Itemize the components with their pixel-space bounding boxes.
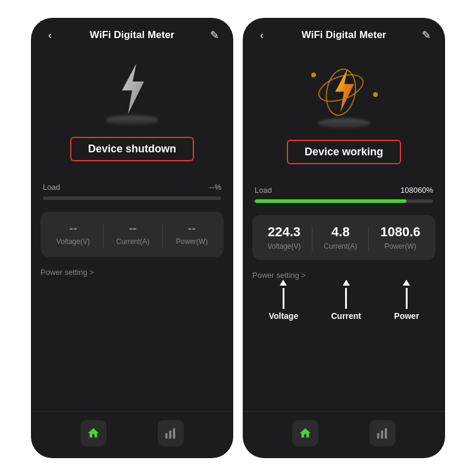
left-metric-current: -- Current(A)	[116, 221, 149, 246]
left-stats-icon	[164, 427, 177, 440]
left-metric-power: -- Power(W)	[176, 221, 208, 246]
right-arrow-head-power	[403, 280, 410, 286]
left-edit-button[interactable]: ✎	[207, 29, 221, 42]
right-metric-power: 1080.6 Power(W)	[380, 224, 420, 250]
left-metric-power-value: --	[188, 221, 196, 235]
left-header: ‹ WiFi Digital Meter ✎	[31, 18, 233, 48]
left-metrics-row: -- Voltage(V) -- Current(A) -- Power(W)	[50, 221, 214, 248]
right-arrow-shaft-power	[406, 288, 408, 309]
right-load-label: Load	[255, 186, 272, 195]
left-metric-voltage-label: Voltage(V)	[57, 237, 90, 246]
right-status-text: Device working	[305, 146, 383, 158]
left-metric-voltage-value: --	[69, 221, 77, 235]
svg-rect-6	[381, 430, 383, 439]
left-device-icon-area: Device shutdown	[31, 48, 233, 173]
right-bottom-nav	[243, 411, 445, 458]
left-bottom-nav	[31, 411, 233, 458]
right-arrow-voltage: Voltage	[269, 280, 299, 321]
right-back-button[interactable]: ‹	[255, 29, 269, 42]
left-load-row: Load --%	[43, 183, 221, 192]
right-load-bar-bg	[255, 199, 433, 203]
left-metric-current-label: Current(A)	[116, 237, 149, 246]
left-metric-current-value: --	[129, 221, 137, 235]
right-annotation-current-label: Current	[331, 311, 361, 321]
right-stats-button[interactable]	[369, 420, 396, 446]
left-phone-card: ‹ WiFi Digital Meter ✎ Device shutdo	[31, 18, 233, 458]
right-arrow-current: Current	[331, 280, 361, 321]
right-orbit-dot-1	[311, 73, 316, 77]
right-metric-current: 4.8 Current(A)	[324, 224, 357, 250]
right-metric-current-label: Current(A)	[324, 242, 357, 250]
left-load-label: Load	[43, 183, 60, 192]
right-metric-power-value: 1080.6	[380, 224, 420, 240]
right-arrow-shaft-current	[345, 288, 347, 309]
left-home-button[interactable]	[80, 420, 107, 446]
left-load-bar-bg	[43, 196, 221, 200]
right-annotation-voltage-label: Voltage	[269, 311, 299, 321]
svg-rect-5	[377, 433, 380, 439]
left-back-button[interactable]: ‹	[43, 29, 57, 42]
right-metric-divider-1	[312, 227, 312, 250]
svg-rect-3	[173, 428, 176, 439]
right-home-button[interactable]	[292, 420, 318, 446]
right-header-title: WiFi Digital Meter	[269, 29, 419, 41]
left-stats-button[interactable]	[158, 420, 184, 446]
right-metric-voltage-value: 224.3	[268, 224, 300, 240]
right-load-row: Load 108060%	[255, 186, 433, 195]
right-metrics-card: 224.3 Voltage(V) 4.8 Current(A) 1080.6 P…	[252, 215, 436, 260]
right-metric-divider-2	[368, 227, 369, 250]
left-home-icon	[87, 427, 100, 440]
left-metric-divider-1	[103, 224, 104, 248]
right-device-icon-area: Device working	[243, 48, 445, 176]
left-status-box: Device shutdown	[70, 137, 194, 161]
left-platform-shadow	[105, 115, 159, 125]
right-arrow-head-current	[343, 280, 350, 286]
right-load-bar-fill	[255, 199, 406, 203]
svg-rect-1	[165, 433, 168, 439]
left-status-container: Device shutdown	[70, 131, 194, 167]
left-metric-divider-2	[162, 224, 163, 248]
right-power-setting: Power setting >	[243, 267, 445, 280]
right-metric-current-value: 4.8	[331, 224, 350, 240]
svg-marker-0	[122, 64, 144, 114]
right-metric-voltage: 224.3 Voltage(V)	[267, 224, 300, 250]
right-metric-power-label: Power(W)	[384, 242, 416, 250]
left-load-section: Load --%	[31, 173, 233, 205]
right-stats-icon	[376, 427, 389, 440]
right-platform-shadow	[317, 118, 371, 128]
right-arrow-head-voltage	[280, 280, 287, 286]
left-load-value: --%	[209, 183, 221, 192]
right-load-value: 108060%	[400, 186, 433, 195]
right-lightning-icon	[326, 67, 362, 114]
right-annotation-power-label: Power	[394, 311, 419, 321]
left-power-setting-link[interactable]: Power setting >	[40, 268, 94, 277]
svg-marker-4	[335, 68, 354, 112]
right-orbit-dot-2	[373, 92, 378, 97]
right-metric-voltage-label: Voltage(V)	[267, 242, 300, 250]
left-lightning-container	[96, 60, 168, 125]
right-lightning-container	[305, 60, 383, 128]
svg-rect-7	[385, 428, 387, 439]
right-power-setting-link[interactable]: Power setting >	[252, 271, 306, 280]
left-header-title: WiFi Digital Meter	[57, 29, 207, 41]
right-metrics-row: 224.3 Voltage(V) 4.8 Current(A) 1080.6 P…	[262, 224, 426, 250]
left-metric-power-label: Power(W)	[176, 237, 208, 246]
right-arrow-row: Voltage Current Power	[252, 285, 436, 321]
right-edit-button[interactable]: ✎	[419, 29, 433, 42]
right-home-icon	[299, 427, 312, 440]
right-header: ‹ WiFi Digital Meter ✎	[243, 18, 445, 48]
left-metric-voltage: -- Voltage(V)	[57, 221, 90, 246]
right-annotation-area: Voltage Current Power	[243, 280, 445, 340]
left-power-setting: Power setting >	[31, 264, 233, 277]
right-phone-card: ‹ WiFi Digital Meter ✎	[243, 18, 445, 458]
right-arrow-power: Power	[394, 280, 419, 321]
right-status-box: Device working	[287, 140, 401, 164]
left-metrics-card: -- Voltage(V) -- Current(A) -- Power(W)	[40, 212, 224, 257]
left-lightning-icon	[111, 64, 153, 114]
right-status-container: Device working	[287, 134, 401, 170]
left-status-text: Device shutdown	[88, 143, 176, 155]
right-arrow-shaft-voltage	[283, 288, 284, 309]
svg-rect-2	[169, 430, 171, 439]
right-load-section: Load 108060%	[243, 176, 445, 208]
